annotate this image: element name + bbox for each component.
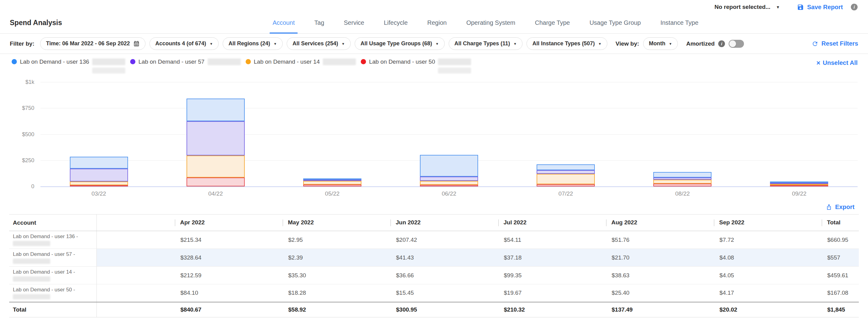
bar-segment-lab-on-demand-user-50[interactable] (420, 185, 478, 187)
value-cell-sep-2022: $4.08 (714, 249, 822, 267)
tab-operating-system[interactable]: Operating System (466, 12, 516, 33)
bar-group-06-22[interactable] (391, 82, 507, 187)
tab-tag[interactable]: Tag (314, 12, 325, 33)
filter-pill-all-services[interactable]: All Services (254)▼ (287, 37, 351, 50)
filter-pill-all-charge-types[interactable]: All Charge Types (11)▼ (449, 37, 523, 50)
bar-segment-lab-on-demand-user-136[interactable] (537, 164, 595, 170)
bar-segment-lab-on-demand-user-57[interactable] (187, 121, 245, 156)
legend-item-lab-on-demand-user-50[interactable]: Lab on Demand - user 50 (361, 58, 471, 76)
bar-segment-lab-on-demand-user-57[interactable] (420, 176, 478, 181)
export-button[interactable]: Export (826, 203, 855, 210)
chart-plot (40, 82, 858, 187)
tab-service[interactable]: Service (343, 12, 365, 33)
chevron-down-icon: ▼ (598, 42, 601, 45)
reset-filters-button[interactable]: Reset Filters (812, 40, 858, 47)
filter-pill-label: All Instance Types (507) (532, 40, 595, 47)
filter-pill-all-usage-type-groups[interactable]: All Usage Type Groups (68)▼ (355, 37, 445, 50)
table-row-lab-on-demand-user-50[interactable]: Lab on Demand - user 50 -$84.10$18.28$15… (9, 284, 859, 302)
x-axis-label: 04/22 (157, 190, 274, 197)
bar-segment-lab-on-demand-user-136[interactable] (70, 157, 128, 169)
bar-group-08-22[interactable] (624, 82, 741, 187)
bar-segment-lab-on-demand-user-14[interactable] (420, 181, 478, 185)
bar-segment-lab-on-demand-user-50[interactable] (653, 184, 712, 187)
account-name: Lab on Demand - user 14 - (13, 269, 96, 275)
export-label: Export (835, 203, 855, 210)
bar-segment-lab-on-demand-user-57[interactable] (653, 177, 712, 180)
table-row-lab-on-demand-user-14[interactable]: Lab on Demand - user 14 -$212.59$35.30$3… (9, 267, 859, 284)
value-cell-aug-2022: $51.76 (606, 231, 714, 249)
filter-pill-all-regions[interactable]: All Regions (24)▼ (223, 37, 283, 50)
table-row-lab-on-demand-user-136[interactable]: Lab on Demand - user 136 -$215.34$2.95$2… (9, 231, 859, 249)
amortized-control: Amortized i (686, 40, 744, 48)
column-divider (822, 220, 822, 226)
bar-segment-lab-on-demand-user-136[interactable] (653, 172, 712, 177)
redacted-text (13, 276, 50, 281)
unselect-all-button[interactable]: × Unselect All (816, 59, 858, 66)
value-cell-sep-2022: $7.72 (714, 231, 822, 249)
amortized-toggle[interactable] (728, 40, 744, 48)
bar-segment-lab-on-demand-user-50[interactable] (70, 185, 128, 187)
total-value-cell-total: $1,845 (822, 302, 859, 318)
bar-group-03-22[interactable] (40, 82, 157, 187)
bar-group-09-22[interactable] (741, 82, 858, 187)
bar-segment-lab-on-demand-user-57[interactable] (537, 170, 595, 174)
bar-segment-lab-on-demand-user-14[interactable] (303, 181, 362, 185)
export-row: Export (0, 200, 868, 214)
value-cell-jun-2022: $207.42 (391, 231, 498, 249)
tab-instance-type[interactable]: Instance Type (660, 12, 699, 33)
spacer-cell (96, 231, 175, 249)
stacked-bar (653, 172, 712, 187)
value-cell-jun-2022: $36.66 (391, 267, 498, 284)
bar-segment-lab-on-demand-user-50[interactable] (187, 177, 245, 187)
reset-filters-label: Reset Filters (822, 40, 858, 47)
report-selector-dropdown[interactable]: No report selected... ▼ (715, 4, 780, 10)
view-by-dropdown[interactable]: Month ▼ (643, 37, 678, 50)
save-report-button[interactable]: Save Report (797, 4, 843, 11)
bar-segment-lab-on-demand-user-14[interactable] (187, 156, 245, 177)
tab-region[interactable]: Region (427, 12, 447, 33)
report-selector-label: No report selected... (715, 4, 771, 10)
legend-item-lab-on-demand-user-14[interactable]: Lab on Demand - user 14 (246, 58, 356, 76)
bar-segment-lab-on-demand-user-50[interactable] (303, 185, 362, 187)
total-value-cell-jun-2022: $300.95 (391, 302, 498, 318)
x-axis-label: 07/22 (507, 190, 624, 197)
bar-segment-lab-on-demand-user-50[interactable] (770, 185, 828, 187)
value-cell-apr-2022: $215.34 (175, 231, 283, 249)
stacked-bar (303, 178, 362, 187)
value-cell-may-2022: $2.39 (283, 249, 391, 267)
total-value-cell-may-2022: $58.92 (283, 302, 391, 318)
bar-group-07-22[interactable] (507, 82, 624, 187)
filter-pill-label: Accounts 4 (of 674) (155, 40, 206, 47)
account-cell: Lab on Demand - user 136 - (9, 231, 96, 249)
bar-segment-lab-on-demand-user-14[interactable] (537, 174, 595, 184)
tab-account[interactable]: Account (272, 12, 295, 33)
tab-usage-type-group[interactable]: Usage Type Group (589, 12, 642, 33)
bar-segment-lab-on-demand-user-14[interactable] (70, 181, 128, 185)
tab-charge-type[interactable]: Charge Type (534, 12, 570, 33)
x-axis-label: 03/22 (40, 190, 157, 197)
bar-group-04-22[interactable] (157, 82, 274, 187)
column-header-apr-2022: Apr 2022 (175, 214, 283, 231)
view-by-label: View by: (616, 40, 639, 47)
bar-segment-lab-on-demand-user-57[interactable] (70, 169, 128, 181)
legend-item-lab-on-demand-user-136[interactable]: Lab on Demand - user 136 (12, 58, 125, 76)
bar-segment-lab-on-demand-user-50[interactable] (537, 184, 595, 187)
x-axis-label: 06/22 (391, 190, 507, 197)
spacer-cell (96, 267, 175, 284)
gridline (40, 187, 858, 187)
bar-segment-lab-on-demand-user-136[interactable] (187, 99, 245, 121)
bar-group-05-22[interactable] (274, 82, 391, 187)
filter-pill-all-instance-types[interactable]: All Instance Types (507)▼ (527, 37, 607, 50)
filter-pill-accounts-4[interactable]: Accounts 4 (of 674)▼ (150, 37, 219, 50)
info-icon[interactable]: i (851, 4, 858, 10)
amortized-info-icon[interactable]: i (718, 40, 725, 47)
filter-pill-time-06-mar-2022-06-sep-2022[interactable]: Time: 06 Mar 2022 - 06 Sep 2022 (40, 37, 146, 50)
value-cell-aug-2022: $38.63 (606, 267, 714, 284)
bar-segment-lab-on-demand-user-136[interactable] (420, 155, 478, 176)
column-header-jun-2022: Jun 2022 (391, 214, 498, 231)
legend-item-lab-on-demand-user-57[interactable]: Lab on Demand - user 57 (130, 58, 241, 76)
header-row: Spend Analysis AccountTagServiceLifecycl… (0, 12, 868, 34)
table-row-lab-on-demand-user-57[interactable]: Lab on Demand - user 57 -$328.64$2.39$41… (9, 249, 859, 267)
bar-segment-lab-on-demand-user-14[interactable] (653, 180, 712, 184)
tab-lifecycle[interactable]: Lifecycle (383, 12, 408, 33)
